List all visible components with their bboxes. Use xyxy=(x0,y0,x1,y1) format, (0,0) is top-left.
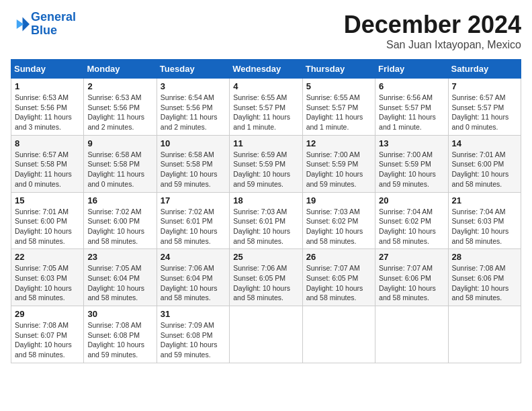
calendar-cell: 21Sunrise: 7:04 AMSunset: 6:03 PMDayligh… xyxy=(448,192,521,249)
day-number: 1 xyxy=(15,81,80,91)
weekday-header-thursday: Thursday xyxy=(302,60,375,79)
calendar-cell: 27Sunrise: 7:07 AMSunset: 6:06 PMDayligh… xyxy=(375,249,448,306)
calendar-cell: 31Sunrise: 7:09 AMSunset: 6:08 PMDayligh… xyxy=(157,306,229,363)
day-number: 31 xyxy=(161,309,226,319)
calendar-cell: 2Sunrise: 6:53 AMSunset: 5:56 PMDaylight… xyxy=(84,79,157,136)
day-number: 26 xyxy=(306,252,371,262)
day-info: Sunrise: 6:55 AMSunset: 5:57 PMDaylight:… xyxy=(306,93,371,132)
day-info: Sunrise: 6:54 AMSunset: 5:56 PMDaylight:… xyxy=(161,93,226,132)
day-info: Sunrise: 6:57 AMSunset: 5:57 PMDaylight:… xyxy=(452,93,517,132)
day-info: Sunrise: 6:57 AMSunset: 5:58 PMDaylight:… xyxy=(15,150,80,189)
calendar-cell: 25Sunrise: 7:06 AMSunset: 6:05 PMDayligh… xyxy=(230,249,302,306)
day-number: 22 xyxy=(15,252,80,262)
calendar-cell: 24Sunrise: 7:06 AMSunset: 6:04 PMDayligh… xyxy=(157,249,229,306)
day-info: Sunrise: 7:07 AMSunset: 6:05 PMDaylight:… xyxy=(306,263,371,303)
day-number: 18 xyxy=(233,195,298,205)
calendar-cell: 13Sunrise: 7:00 AMSunset: 5:59 PMDayligh… xyxy=(375,135,448,192)
day-number: 5 xyxy=(306,81,371,91)
calendar-cell: 17Sunrise: 7:02 AMSunset: 6:01 PMDayligh… xyxy=(157,192,229,249)
calendar-cell xyxy=(302,306,375,363)
day-info: Sunrise: 7:09 AMSunset: 6:08 PMDaylight:… xyxy=(161,320,226,360)
day-info: Sunrise: 7:00 AMSunset: 5:59 PMDaylight:… xyxy=(306,150,371,189)
calendar-cell: 3Sunrise: 6:54 AMSunset: 5:56 PMDaylight… xyxy=(157,79,229,136)
logo-text: General Blue xyxy=(31,11,76,38)
calendar-cell: 9Sunrise: 6:58 AMSunset: 5:58 PMDaylight… xyxy=(84,135,157,192)
day-number: 6 xyxy=(379,81,444,91)
day-number: 12 xyxy=(306,138,371,148)
calendar-table: SundayMondayTuesdayWednesdayThursdayFrid… xyxy=(11,59,521,363)
calendar-week-4: 22Sunrise: 7:05 AMSunset: 6:03 PMDayligh… xyxy=(11,249,521,306)
calendar-cell: 18Sunrise: 7:03 AMSunset: 6:01 PMDayligh… xyxy=(230,192,302,249)
day-info: Sunrise: 7:02 AMSunset: 6:00 PMDaylight:… xyxy=(87,207,152,246)
day-number: 17 xyxy=(161,195,226,205)
calendar-cell: 26Sunrise: 7:07 AMSunset: 6:05 PMDayligh… xyxy=(302,249,375,306)
day-number: 15 xyxy=(15,195,80,205)
day-info: Sunrise: 7:07 AMSunset: 6:06 PMDaylight:… xyxy=(379,263,444,303)
month-title: December 2024 xyxy=(344,11,521,39)
day-number: 27 xyxy=(379,252,444,262)
day-number: 21 xyxy=(452,195,517,205)
day-info: Sunrise: 6:53 AMSunset: 5:56 PMDaylight:… xyxy=(87,93,152,132)
day-number: 16 xyxy=(87,195,152,205)
day-number: 19 xyxy=(306,195,371,205)
day-info: Sunrise: 6:59 AMSunset: 5:59 PMDaylight:… xyxy=(233,150,298,189)
calendar-cell: 23Sunrise: 7:05 AMSunset: 6:04 PMDayligh… xyxy=(84,249,157,306)
day-info: Sunrise: 7:06 AMSunset: 6:04 PMDaylight:… xyxy=(161,263,226,303)
calendar-cell: 19Sunrise: 7:03 AMSunset: 6:02 PMDayligh… xyxy=(302,192,375,249)
day-info: Sunrise: 7:08 AMSunset: 6:08 PMDaylight:… xyxy=(87,320,152,360)
day-info: Sunrise: 7:03 AMSunset: 6:02 PMDaylight:… xyxy=(306,207,371,246)
day-info: Sunrise: 7:01 AMSunset: 6:00 PMDaylight:… xyxy=(15,207,80,246)
calendar-week-2: 8Sunrise: 6:57 AMSunset: 5:58 PMDaylight… xyxy=(11,135,521,192)
day-info: Sunrise: 7:08 AMSunset: 6:06 PMDaylight:… xyxy=(452,263,517,303)
logo: General Blue xyxy=(11,11,76,38)
calendar-cell: 8Sunrise: 6:57 AMSunset: 5:58 PMDaylight… xyxy=(11,135,84,192)
day-number: 2 xyxy=(87,81,152,91)
day-info: Sunrise: 6:56 AMSunset: 5:57 PMDaylight:… xyxy=(379,93,444,132)
calendar-cell: 14Sunrise: 7:01 AMSunset: 6:00 PMDayligh… xyxy=(448,135,521,192)
day-number: 23 xyxy=(87,252,152,262)
day-info: Sunrise: 6:55 AMSunset: 5:57 PMDaylight:… xyxy=(233,93,298,132)
weekday-header-saturday: Saturday xyxy=(448,60,521,79)
day-number: 9 xyxy=(87,138,152,148)
calendar-cell: 28Sunrise: 7:08 AMSunset: 6:06 PMDayligh… xyxy=(448,249,521,306)
day-number: 4 xyxy=(233,81,298,91)
calendar-cell xyxy=(448,306,521,363)
day-number: 7 xyxy=(452,81,517,91)
day-number: 10 xyxy=(161,138,226,148)
calendar-cell xyxy=(230,306,302,363)
weekday-header-row: SundayMondayTuesdayWednesdayThursdayFrid… xyxy=(11,60,521,79)
calendar-cell: 20Sunrise: 7:04 AMSunset: 6:02 PMDayligh… xyxy=(375,192,448,249)
day-number: 8 xyxy=(15,138,80,148)
calendar-cell: 22Sunrise: 7:05 AMSunset: 6:03 PMDayligh… xyxy=(11,249,84,306)
day-info: Sunrise: 7:00 AMSunset: 5:59 PMDaylight:… xyxy=(379,150,444,189)
weekday-header-sunday: Sunday xyxy=(11,60,84,79)
calendar-cell: 6Sunrise: 6:56 AMSunset: 5:57 PMDaylight… xyxy=(375,79,448,136)
calendar-cell: 11Sunrise: 6:59 AMSunset: 5:59 PMDayligh… xyxy=(230,135,302,192)
weekday-header-monday: Monday xyxy=(84,60,157,79)
day-info: Sunrise: 7:05 AMSunset: 6:04 PMDaylight:… xyxy=(87,263,152,303)
day-number: 29 xyxy=(15,309,80,319)
calendar-cell xyxy=(375,306,448,363)
day-number: 20 xyxy=(379,195,444,205)
day-number: 14 xyxy=(452,138,517,148)
calendar-cell: 12Sunrise: 7:00 AMSunset: 5:59 PMDayligh… xyxy=(302,135,375,192)
location-title: San Juan Ixtayopan, Mexico xyxy=(344,39,521,51)
day-info: Sunrise: 6:58 AMSunset: 5:58 PMDaylight:… xyxy=(87,150,152,189)
day-number: 30 xyxy=(87,309,152,319)
day-number: 25 xyxy=(233,252,298,262)
calendar-cell: 15Sunrise: 7:01 AMSunset: 6:00 PMDayligh… xyxy=(11,192,84,249)
day-info: Sunrise: 7:06 AMSunset: 6:05 PMDaylight:… xyxy=(233,263,298,303)
logo-icon xyxy=(11,15,30,34)
calendar-week-1: 1Sunrise: 6:53 AMSunset: 5:56 PMDaylight… xyxy=(11,79,521,136)
day-info: Sunrise: 7:04 AMSunset: 6:02 PMDaylight:… xyxy=(379,207,444,246)
calendar-cell: 7Sunrise: 6:57 AMSunset: 5:57 PMDaylight… xyxy=(448,79,521,136)
day-number: 13 xyxy=(379,138,444,148)
calendar-cell: 1Sunrise: 6:53 AMSunset: 5:56 PMDaylight… xyxy=(11,79,84,136)
logo-line1: General xyxy=(31,10,76,24)
calendar-cell: 16Sunrise: 7:02 AMSunset: 6:00 PMDayligh… xyxy=(84,192,157,249)
day-info: Sunrise: 7:02 AMSunset: 6:01 PMDaylight:… xyxy=(161,207,226,246)
day-number: 11 xyxy=(233,138,298,148)
calendar-cell: 5Sunrise: 6:55 AMSunset: 5:57 PMDaylight… xyxy=(302,79,375,136)
day-number: 28 xyxy=(452,252,517,262)
page-header: General Blue December 2024 San Juan Ixta… xyxy=(11,11,521,51)
